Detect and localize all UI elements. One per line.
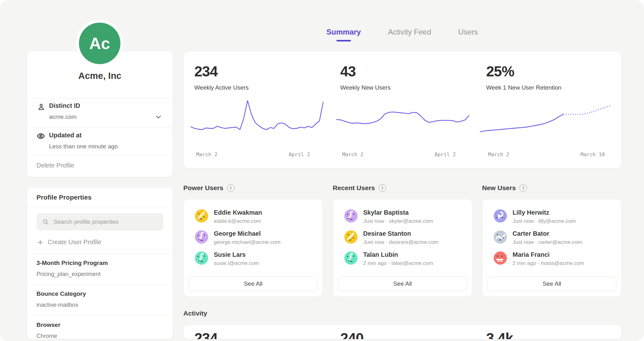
- activity-metric: 234: [184, 325, 330, 339]
- info-icon[interactable]: i: [379, 184, 386, 192]
- week1-retention-chart: [480, 96, 615, 146]
- person-icon: [37, 103, 45, 112]
- user-row[interactable]: Susie Lars susie.l@acme.com: [195, 251, 316, 269]
- plus-icon: [37, 239, 43, 245]
- recent-users-header: Recent Users i: [333, 184, 386, 192]
- user-subtext: george.michael@acme.com: [214, 239, 280, 245]
- user-subtext: susie.l@acme.com: [214, 261, 259, 266]
- property-value: Chrome: [36, 333, 163, 339]
- profile-properties-card: Profile Properties Create User Profile 3…: [27, 187, 173, 339]
- info-icon[interactable]: i: [227, 184, 235, 192]
- activity-value: 234: [194, 330, 330, 339]
- info-icon[interactable]: i: [519, 184, 527, 192]
- x-tick: April 2: [289, 151, 310, 157]
- x-tick: April 2: [435, 151, 456, 157]
- user-name: Eddie Kwakman: [214, 209, 262, 216]
- metric-value: 234: [194, 63, 330, 80]
- property-row[interactable]: Bounce Category inactive-mailbox: [36, 290, 163, 308]
- profile-properties-title: Profile Properties: [36, 194, 92, 201]
- search-input[interactable]: [53, 218, 158, 226]
- property-row[interactable]: Browser Chrome: [36, 322, 163, 339]
- tab-activity-feed[interactable]: Activity Feed: [388, 28, 431, 41]
- eye-icon: [36, 132, 45, 142]
- delete-profile-button[interactable]: Delete Profile: [36, 162, 74, 169]
- divider: [27, 98, 173, 99]
- user-row[interactable]: Desirae Stanton Just now · desirare@acme…: [344, 230, 466, 248]
- user-avatar: [195, 230, 208, 244]
- property-value: inactive-mailbox: [36, 301, 163, 308]
- see-all-button[interactable]: See All: [189, 276, 318, 291]
- user-name: George Michael: [214, 230, 280, 237]
- distinct-id-label: Distinct ID: [49, 102, 80, 109]
- user-avatar: [195, 251, 208, 265]
- org-name: Acme, Inc: [27, 71, 173, 81]
- profile-properties-search[interactable]: [36, 213, 163, 230]
- property-name: Browser: [36, 322, 163, 328]
- activity-card: 234 240 3.4k: [183, 324, 622, 339]
- user-name: Carter Bator: [513, 230, 582, 237]
- user-name: Desirae Stanton: [363, 230, 438, 237]
- user-avatar: [494, 209, 507, 223]
- activity-title: Activity: [183, 310, 207, 317]
- power-users-card: Eddie Kwakman eddie.k@acme.com George Mi…: [183, 199, 323, 297]
- tab-users[interactable]: Users: [458, 28, 478, 41]
- user-name: Maria Franci: [513, 251, 584, 258]
- updated-at-label: Updated at: [49, 132, 81, 139]
- user-name: Talan Lubin: [363, 251, 433, 258]
- user-row[interactable]: Lilly Herwitz Just now · lilly@acme.com: [494, 209, 615, 227]
- weekly-new-users-chart: [334, 96, 469, 146]
- search-icon: [42, 218, 49, 225]
- activity-metric: 3.4k: [475, 325, 621, 339]
- x-tick: March 2: [488, 151, 509, 157]
- metric-label: Weekly Active Users: [194, 84, 330, 91]
- user-row[interactable]: Talan Lubin 2 min ago · talan@acme.com: [344, 251, 466, 269]
- recent-users-card: Skylar Baptista Just now · skyler@acme.c…: [333, 199, 472, 297]
- user-subtext: Just now · skyler@acme.com: [363, 218, 433, 224]
- divider: [27, 207, 173, 207]
- user-row[interactable]: Maria Franci 2 min ago · maria@acme.com: [494, 251, 615, 269]
- user-row[interactable]: George Michael george.michael@acme.com: [195, 230, 316, 248]
- updated-at-value: Less than one minute ago: [49, 143, 118, 150]
- metric-label: Week 1 New User Retention: [486, 84, 621, 91]
- metric-week1-retention: 25% Week 1 New User Retention March 2 Ma…: [475, 52, 621, 168]
- x-tick: March 2: [196, 151, 217, 157]
- user-avatar: [195, 209, 208, 223]
- org-avatar: Ac: [79, 23, 120, 64]
- see-all-button[interactable]: See All: [487, 276, 616, 291]
- tab-summary[interactable]: Summary: [326, 28, 361, 41]
- user-row[interactable]: Skylar Baptista Just now · skyler@acme.c…: [344, 209, 466, 227]
- metric-weekly-active-users: 234 Weekly Active Users March 2 April 2: [184, 52, 330, 168]
- power-users-title: Power Users: [183, 184, 223, 192]
- updated-at-row: Updated at Less than one minute ago: [36, 131, 163, 157]
- weekly-active-users-chart: [188, 96, 323, 146]
- user-subtext: Just now · carter@acme.com: [513, 239, 582, 245]
- see-all-button[interactable]: See All: [338, 276, 467, 291]
- activity-metric: 240: [330, 325, 475, 339]
- user-subtext: 2 min ago · maria@acme.com: [513, 261, 584, 266]
- user-name: Susie Lars: [214, 251, 259, 258]
- divider: [27, 128, 173, 128]
- create-user-profile-button[interactable]: Create User Profile: [37, 239, 101, 246]
- user-row[interactable]: Carter Bator Just now · carter@acme.com: [494, 230, 615, 248]
- recent-users-title: Recent Users: [333, 184, 375, 192]
- user-subtext: Just now · desirare@acme.com: [363, 239, 438, 245]
- metric-value: 25%: [486, 63, 621, 80]
- divider: [27, 156, 173, 156]
- property-value: Pricing_plan_experiment: [36, 271, 163, 278]
- property-row[interactable]: 3-Month Pricing Program Pricing_plan_exp…: [36, 260, 163, 278]
- org-avatar-initials: Ac: [89, 34, 110, 53]
- user-name: Skylar Baptista: [363, 209, 433, 216]
- new-users-header: New Users i: [482, 184, 527, 192]
- create-user-profile-label: Create User Profile: [48, 239, 101, 246]
- activity-value: 240: [340, 330, 475, 339]
- metric-value: 43: [340, 63, 475, 80]
- power-users-header: Power Users i: [183, 184, 235, 192]
- user-avatar: [344, 251, 358, 265]
- divider: [27, 253, 173, 254]
- property-name: 3-Month Pricing Program: [36, 260, 163, 267]
- chevron-down-icon[interactable]: [155, 113, 162, 122]
- user-row[interactable]: Eddie Kwakman eddie.k@acme.com: [195, 209, 316, 227]
- user-subtext: Just now · lilly@acme.com: [513, 218, 576, 224]
- distinct-id-row[interactable]: Distinct ID acme.com: [36, 102, 163, 127]
- profile-summary-card: Acme, Inc Distinct ID acme.com Updated a…: [27, 51, 173, 177]
